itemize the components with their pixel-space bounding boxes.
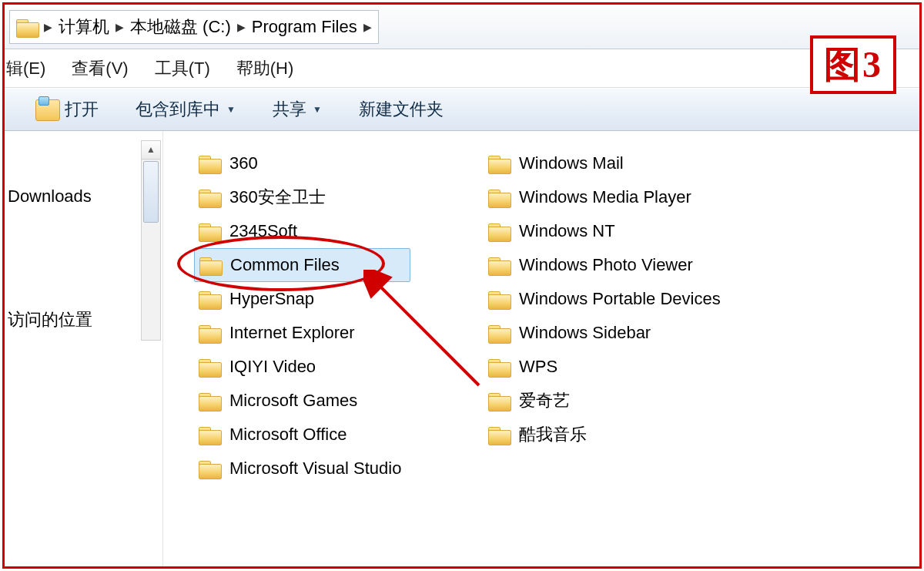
folder-icon [199, 290, 220, 308]
folder-icon [199, 358, 220, 376]
folder-item[interactable]: Windows Photo Viewer [484, 248, 730, 282]
folder-label: Windows Media Player [519, 187, 691, 207]
folder-icon [199, 256, 221, 274]
command-bar: 打开 包含到库中 ▼ 共享 ▼ 新建文件夹 [5, 88, 919, 131]
chevron-right-icon[interactable]: ▶ [116, 21, 124, 33]
folder-label: 360安全卫士 [229, 186, 326, 209]
folder-icon [488, 188, 510, 207]
folder-label: Windows Portable Devices [519, 289, 721, 309]
folder-icon [199, 188, 220, 207]
folder-icon [488, 256, 510, 274]
folder-label: Windows Mail [519, 153, 624, 173]
folder-icon [199, 425, 220, 444]
folder-item[interactable]: IQIYI Video [194, 350, 410, 384]
menu-view[interactable]: 查看(V) [72, 57, 128, 80]
folder-icon [199, 154, 220, 173]
folder-icon [488, 425, 510, 444]
navigation-pane[interactable]: ▲ Downloads 访问的位置 [5, 131, 163, 566]
folder-icon [16, 18, 38, 36]
address-bar: ▶ 计算机 ▶ 本地磁盘 (C:) ▶ Program Files ▶ [5, 5, 919, 49]
chevron-down-icon: ▼ [226, 104, 236, 115]
scroll-thumb[interactable] [143, 161, 159, 223]
folder-item[interactable]: 2345Soft [194, 214, 410, 248]
folder-label: Common Files [230, 255, 340, 275]
menu-bar: 辑(E) 查看(V) 工具(T) 帮助(H) [5, 49, 919, 88]
folder-icon [199, 324, 220, 342]
open-label: 打开 [65, 98, 99, 121]
content-area: ▲ Downloads 访问的位置 360360安全卫士2345SoftComm… [5, 131, 919, 566]
nav-item-recent[interactable]: 访问的位置 [5, 304, 162, 336]
folder-icon [488, 358, 510, 376]
folder-item[interactable]: Internet Explorer [194, 316, 410, 350]
figure-label: 图3 [810, 35, 896, 94]
folder-icon [488, 222, 510, 240]
chevron-down-icon: ▼ [313, 104, 322, 115]
folder-item[interactable]: HyperSnap [194, 282, 410, 316]
folder-label: Windows Sidebar [519, 323, 651, 343]
folder-item[interactable]: Microsoft Office [194, 418, 410, 452]
folder-icon [488, 391, 510, 410]
folder-icon [488, 324, 510, 342]
folder-item[interactable]: 360 [194, 146, 410, 180]
folder-item[interactable]: 酷我音乐 [484, 418, 730, 452]
folder-item[interactable]: Windows Mail [484, 146, 730, 180]
breadcrumb-part-folder[interactable]: Program Files [252, 17, 357, 37]
share-button[interactable]: 共享 ▼ [273, 98, 322, 121]
folder-label: 2345Soft [229, 221, 297, 241]
folder-icon [488, 290, 510, 308]
chevron-right-icon[interactable]: ▶ [237, 21, 246, 33]
chevron-right-icon[interactable]: ▶ [44, 21, 52, 33]
folder-icon [199, 391, 220, 410]
folder-label: 酷我音乐 [519, 423, 587, 446]
breadcrumb-part-computer[interactable]: 计算机 [59, 15, 109, 39]
scroll-up-icon[interactable]: ▲ [142, 141, 160, 160]
folder-label: WPS [519, 357, 557, 377]
menu-edit[interactable]: 辑(E) [6, 57, 45, 80]
folder-label: 爱奇艺 [519, 389, 570, 412]
open-folder-icon [35, 99, 59, 119]
file-list: 360360安全卫士2345SoftCommon FilesHyperSnapI… [163, 131, 919, 566]
folder-item[interactable]: Common Files [194, 248, 410, 282]
menu-help[interactable]: 帮助(H) [236, 57, 294, 80]
folder-label: Microsoft Games [229, 391, 357, 411]
folder-item[interactable]: Windows NT [484, 214, 730, 248]
chevron-right-icon[interactable]: ▶ [363, 21, 372, 33]
folder-label: Windows NT [519, 221, 615, 241]
folder-item[interactable]: Microsoft Games [194, 384, 410, 418]
folder-label: 360 [229, 153, 258, 173]
folder-icon [199, 459, 220, 478]
share-label: 共享 [273, 98, 306, 121]
folder-item[interactable]: WPS [484, 350, 730, 384]
nav-item-downloads[interactable]: Downloads [5, 182, 162, 211]
folder-item[interactable]: Windows Media Player [484, 180, 730, 214]
breadcrumb[interactable]: ▶ 计算机 ▶ 本地磁盘 (C:) ▶ Program Files ▶ [9, 10, 379, 44]
folder-item[interactable]: Microsoft Visual Studio [194, 452, 410, 485]
folder-item[interactable]: Windows Portable Devices [484, 282, 730, 316]
new-folder-label: 新建文件夹 [359, 98, 444, 121]
new-folder-button[interactable]: 新建文件夹 [359, 98, 444, 121]
include-in-library-button[interactable]: 包含到库中 ▼ [136, 98, 236, 121]
folder-label: Microsoft Office [229, 425, 346, 445]
breadcrumb-part-drive[interactable]: 本地磁盘 (C:) [130, 15, 231, 39]
include-label: 包含到库中 [136, 98, 220, 121]
folder-label: IQIYI Video [229, 357, 316, 377]
nav-scrollbar[interactable]: ▲ [141, 140, 161, 341]
folder-item[interactable]: Windows Sidebar [484, 316, 730, 350]
folder-icon [488, 154, 510, 173]
folder-label: Microsoft Visual Studio [229, 458, 401, 479]
folder-label: Windows Photo Viewer [519, 255, 693, 275]
menu-tools[interactable]: 工具(T) [155, 57, 210, 80]
folder-icon [199, 222, 220, 240]
open-button[interactable]: 打开 [35, 98, 99, 121]
folder-item[interactable]: 爱奇艺 [484, 384, 730, 418]
folder-label: HyperSnap [229, 289, 314, 309]
folder-item[interactable]: 360安全卫士 [194, 180, 410, 214]
folder-label: Internet Explorer [229, 323, 355, 343]
